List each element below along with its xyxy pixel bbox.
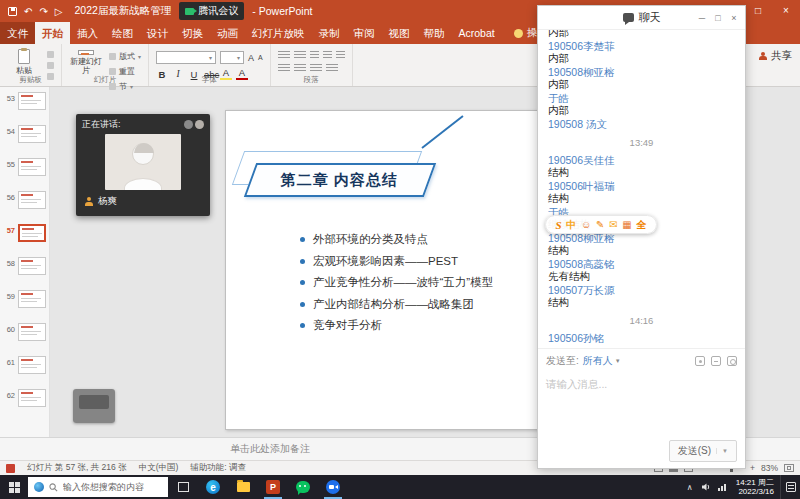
ribbon-tab-帮助[interactable]: 帮助 <box>417 22 452 44</box>
chat-sender-name[interactable]: 190506李楚菲 <box>548 41 735 52</box>
numbered-list-icon[interactable] <box>294 51 306 60</box>
chat-maximize-button[interactable]: □ <box>710 13 726 23</box>
volume-icon[interactable] <box>698 482 714 492</box>
slideshow-icon[interactable]: ▷ <box>55 6 63 17</box>
font-size-select[interactable]: ▾ <box>220 51 244 64</box>
ribbon-tab-开始[interactable]: 开始 <box>35 22 70 44</box>
sogou-tool-icon[interactable]: ▦ <box>622 219 631 230</box>
align-left-icon[interactable] <box>278 64 290 73</box>
zoom-level[interactable]: 83% <box>761 463 778 473</box>
sogou-tool-icon[interactable]: ✎ <box>596 219 604 230</box>
window-icon[interactable] <box>711 356 721 366</box>
chat-message-list[interactable]: 190506吴佳佳内部190506李楚菲内部190508柳亚榕内部于皓内部190… <box>538 30 745 348</box>
align-right-icon[interactable] <box>310 64 322 73</box>
ribbon-tab-设计[interactable]: 设计 <box>140 22 175 44</box>
chat-sender-name[interactable]: 190507万长源 <box>548 285 735 296</box>
action-center-button[interactable] <box>780 475 800 499</box>
chat-sender-name[interactable]: 190506吴佳佳 <box>548 155 735 166</box>
chat-sender-name[interactable]: 190506叶福瑞 <box>548 181 735 192</box>
ribbon-tab-幻灯片放映[interactable]: 幻灯片放映 <box>245 22 312 44</box>
speaker-video-thumbnail[interactable] <box>105 134 181 190</box>
cut-button[interactable] <box>47 51 54 58</box>
slide-title-shape[interactable]: 第二章 内容总结 <box>244 163 436 197</box>
maximize-button[interactable]: □ <box>744 0 772 22</box>
task-view-button[interactable] <box>168 475 198 499</box>
font-name-select[interactable]: ▾ <box>156 51 216 64</box>
language-indicator[interactable]: 中文(中国) <box>139 462 179 474</box>
ribbon-tab-文件[interactable]: 文件 <box>0 22 35 44</box>
redo-icon[interactable]: ↷ <box>39 6 47 17</box>
zoom-in-icon[interactable]: + <box>750 463 755 473</box>
spellcheck-icon[interactable] <box>6 464 15 473</box>
taskbar-search[interactable]: 输入你想搜索的内容 <box>28 477 168 497</box>
ribbon-tab-绘图[interactable]: 绘图 <box>105 22 140 44</box>
chat-minimize-button[interactable]: ─ <box>694 13 710 23</box>
send-button[interactable]: 发送(S) ▼ <box>669 440 737 462</box>
fit-slide-icon[interactable] <box>784 464 794 472</box>
sogou-logo-icon[interactable]: S <box>555 219 561 231</box>
close-button[interactable]: × <box>772 0 800 22</box>
start-button[interactable] <box>0 475 28 499</box>
chat-input[interactable]: 请输入消息... <box>538 372 745 434</box>
slide-thumbnail-53[interactable]: 53 <box>0 90 49 123</box>
accessibility-status[interactable]: 辅助功能: 调查 <box>190 462 246 474</box>
slide-thumbnail-56[interactable]: 56 <box>0 189 49 222</box>
tray-expand-icon[interactable]: ∧ <box>682 483 698 492</box>
increase-font-icon[interactable]: A <box>248 53 254 63</box>
powerpoint-taskbar-button[interactable] <box>258 475 288 499</box>
ribbon-tab-动画[interactable]: 动画 <box>210 22 245 44</box>
edge-taskbar-button[interactable] <box>198 475 228 499</box>
slide-thumbnail-61[interactable]: 61 <box>0 354 49 387</box>
slide-thumbnail-62[interactable]: 62 <box>0 387 49 420</box>
chat-sender-name[interactable]: 190508柳亚榕 <box>548 67 735 78</box>
chat-sender-name[interactable]: 190508高蕊铭 <box>548 259 735 270</box>
slide-thumbnail-57[interactable]: 57 <box>0 222 49 255</box>
ribbon-tab-插入[interactable]: 插入 <box>70 22 105 44</box>
person-icon[interactable] <box>727 356 737 366</box>
sogou-input-toolbar[interactable]: S中☺✎✉▦全 <box>545 215 657 234</box>
slide-thumbnail-58[interactable]: 58 <box>0 255 49 288</box>
decrease-font-icon[interactable]: A <box>258 54 263 61</box>
sogou-tool-icon[interactable]: ☺ <box>581 219 591 230</box>
ribbon-tab-Acrobat[interactable]: Acrobat <box>452 22 502 44</box>
sogou-tool-icon[interactable]: 中 <box>566 218 576 232</box>
ribbon-tab-审阅[interactable]: 审阅 <box>347 22 382 44</box>
network-icon[interactable] <box>714 482 730 492</box>
sogou-tool-icon[interactable]: ✉ <box>609 219 617 230</box>
slide-thumbnail-60[interactable]: 60 <box>0 321 49 354</box>
bullet-list-icon[interactable] <box>278 51 290 60</box>
share-button[interactable]: 共享 <box>758 49 792 63</box>
slide-bullet-list[interactable]: 外部环境的分类及特点宏观环境影响因素——PEST产业竞争性分析——波特“五力”模… <box>300 229 493 337</box>
image-icon[interactable] <box>695 356 705 366</box>
meeting-overlay-chip[interactable]: 腾讯会议 <box>179 2 244 20</box>
chat-sender-name[interactable]: 190508 汤文 <box>548 119 735 130</box>
chat-close-button[interactable]: × <box>726 13 742 23</box>
ribbon-tab-录制[interactable]: 录制 <box>312 22 347 44</box>
indent-increase-icon[interactable] <box>323 51 332 60</box>
undo-icon[interactable]: ↶ <box>24 6 32 17</box>
save-icon[interactable] <box>8 7 17 16</box>
slide-thumbnail-54[interactable]: 54 <box>0 123 49 156</box>
send-to-selector[interactable]: 所有人 ▼ <box>583 354 621 368</box>
slide-canvas[interactable]: 第二章 内容总结 外部环境的分类及特点宏观环境影响因素——PEST产业竞争性分析… <box>225 110 555 430</box>
indent-decrease-icon[interactable] <box>310 51 319 60</box>
meeting-taskbar-button[interactable] <box>318 475 348 499</box>
file-explorer-button[interactable] <box>228 475 258 499</box>
taskbar-clock[interactable]: 14:21 周二 2022/3/16 <box>730 478 780 497</box>
chat-sender-name[interactable]: 190508柳亚榕 <box>548 233 735 244</box>
sogou-tool-icon[interactable]: 全 <box>637 218 647 232</box>
chat-sender-name[interactable]: 于皓 <box>548 93 735 104</box>
justify-icon[interactable] <box>326 64 338 73</box>
line-spacing-icon[interactable] <box>336 51 345 60</box>
ribbon-tab-切换[interactable]: 切换 <box>175 22 210 44</box>
chat-sender-name[interactable]: 190506孙铭 <box>548 333 735 344</box>
slide-thumbnail-55[interactable]: 55 <box>0 156 49 189</box>
slide-thumbnail-59[interactable]: 59 <box>0 288 49 321</box>
align-center-icon[interactable] <box>294 64 306 73</box>
copy-button[interactable] <box>47 62 54 69</box>
new-slide-button[interactable]: 新建幻灯片 <box>69 47 103 75</box>
layout-button[interactable]: 版式▾ <box>109 51 141 62</box>
paste-button[interactable]: 粘贴 <box>7 47 41 75</box>
wechat-taskbar-button[interactable] <box>288 475 318 499</box>
ribbon-tab-视图[interactable]: 视图 <box>382 22 417 44</box>
